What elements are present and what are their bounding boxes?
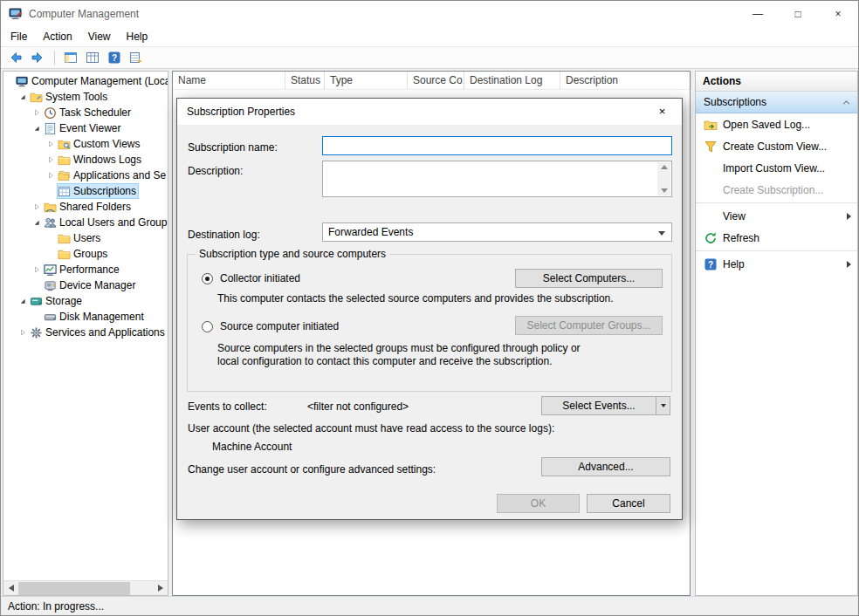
- tree-item-body[interactable]: Custom Views: [57, 136, 142, 152]
- close-button[interactable]: ×: [818, 1, 858, 27]
- column-header-source-co[interactable]: Source Co...: [408, 72, 464, 89]
- action-refresh[interactable]: Refresh: [696, 227, 857, 249]
- scroll-right-button[interactable]: [153, 581, 168, 595]
- tree-item-body[interactable]: Shared Folders: [43, 199, 134, 215]
- chevron-collapsed-icon[interactable]: [45, 170, 56, 181]
- column-header-name[interactable]: Name: [173, 72, 285, 89]
- scroll-down-icon[interactable]: [661, 188, 668, 193]
- tree-item-body[interactable]: Applications and Se: [57, 168, 168, 183]
- description-textarea[interactable]: [322, 161, 672, 197]
- select-computers-button[interactable]: Select Computers...: [515, 269, 663, 288]
- tree-item-windows-logs[interactable]: Windows Logs: [3, 152, 168, 168]
- export-list-button[interactable]: [126, 48, 147, 67]
- tree-item-users[interactable]: Users: [3, 230, 168, 246]
- dialog-close-button[interactable]: ×: [643, 99, 682, 124]
- tree-item-system-tools[interactable]: System Tools: [3, 89, 168, 105]
- tree-item-body[interactable]: Computer Management (Local: [15, 73, 168, 89]
- tree-item-body[interactable]: Performance: [43, 262, 122, 277]
- column-header-type[interactable]: Type: [325, 72, 408, 89]
- column-header-destination-log[interactable]: Destination Log: [464, 72, 560, 89]
- column-header-description[interactable]: Description: [560, 72, 691, 89]
- menu-help[interactable]: Help: [119, 28, 156, 45]
- actions-header: Actions: [696, 72, 857, 92]
- action-view[interactable]: View: [696, 205, 857, 227]
- chevron-expanded-icon[interactable]: [31, 217, 42, 228]
- action-open-saved-log[interactable]: Open Saved Log...: [696, 113, 857, 135]
- tree-item-disk-management[interactable]: Disk Management: [3, 309, 168, 325]
- menu-view[interactable]: View: [80, 28, 119, 45]
- tree-item-shared-folders[interactable]: Shared Folders: [3, 199, 168, 215]
- action-import-custom-view[interactable]: Import Custom View...: [696, 157, 857, 179]
- tree-item-computer-management-local[interactable]: Computer Management (Local: [3, 73, 168, 89]
- tree-item-local-users-and-groups[interactable]: Local Users and Groups: [3, 215, 168, 230]
- action-help[interactable]: ?Help: [696, 253, 857, 275]
- tree-item-performance[interactable]: Performance: [3, 262, 168, 277]
- maximize-button[interactable]: □: [778, 1, 818, 27]
- action-create-custom-view[interactable]: Create Custom View...: [696, 135, 857, 157]
- tree-item-custom-views[interactable]: Custom Views: [3, 136, 168, 152]
- tree-horizontal-scrollbar[interactable]: [3, 580, 168, 595]
- tree-item-body[interactable]: Storage: [29, 293, 85, 309]
- tree-item-subscriptions[interactable]: Subscriptions: [3, 183, 168, 199]
- chevron-spacer: [3, 76, 14, 86]
- chevron-collapsed-icon[interactable]: [31, 107, 42, 118]
- source-computer-initiated-radio[interactable]: Source computer initiated: [202, 320, 339, 332]
- actions-group-subscriptions[interactable]: Subscriptions: [696, 92, 857, 113]
- tree-item-groups[interactable]: Groups: [3, 246, 168, 262]
- radio-unselected-icon[interactable]: [202, 321, 213, 332]
- action-label: Refresh: [723, 232, 851, 244]
- scrollbar-thumb[interactable]: [18, 582, 130, 595]
- column-header-status[interactable]: Status: [285, 72, 325, 89]
- tree-item-services-and-applications[interactable]: Services and Applications: [3, 325, 168, 340]
- tree-item-storage[interactable]: Storage: [3, 293, 168, 309]
- chevron-expanded-icon[interactable]: [17, 296, 28, 306]
- tree-item-body[interactable]: Windows Logs: [57, 152, 144, 168]
- chevron-collapsed-icon[interactable]: [17, 327, 28, 338]
- tree-item-task-scheduler[interactable]: Task Scheduler: [3, 105, 168, 120]
- chevron-collapsed-icon[interactable]: [45, 154, 56, 165]
- advanced-button[interactable]: Advanced...: [541, 457, 670, 476]
- scroll-left-button[interactable]: [3, 581, 18, 595]
- tree-item-body[interactable]: Users: [57, 230, 103, 246]
- tree-item-body[interactable]: Disk Management: [43, 309, 147, 325]
- help-button[interactable]: ?: [104, 48, 125, 67]
- select-events-button[interactable]: Select Events...: [541, 396, 670, 415]
- back-button[interactable]: [5, 48, 26, 67]
- chevron-expanded-icon[interactable]: [17, 92, 28, 102]
- destination-log-select[interactable]: Forwarded Events: [322, 222, 672, 242]
- tree-item-body[interactable]: Local Users and Groups: [43, 215, 168, 230]
- collapse-group-icon[interactable]: [842, 98, 851, 107]
- tree-item-body[interactable]: Task Scheduler: [43, 105, 134, 120]
- forward-button[interactable]: [27, 48, 48, 67]
- scroll-up-icon[interactable]: [661, 165, 668, 169]
- menu-file[interactable]: File: [3, 28, 35, 45]
- tree-item-applications-and-se[interactable]: Applications and Se: [3, 168, 168, 183]
- description-scrollbar[interactable]: [657, 162, 670, 195]
- combo-dropdown-icon[interactable]: [658, 231, 665, 236]
- tree-item-event-viewer[interactable]: Event Viewer: [3, 120, 168, 136]
- tree-item-device-manager[interactable]: Device Manager: [3, 277, 168, 293]
- minimize-button[interactable]: —: [738, 1, 778, 27]
- console-tree-button[interactable]: [60, 48, 81, 67]
- status-text: Action: In progress...: [8, 600, 104, 613]
- chevron-expanded-icon[interactable]: [31, 123, 42, 133]
- tree-item-body[interactable]: Subscriptions: [57, 183, 139, 199]
- cancel-button[interactable]: Cancel: [587, 494, 670, 513]
- toolbar: ?: [1, 46, 858, 69]
- tree-item-body[interactable]: Groups: [57, 246, 110, 262]
- chevron-collapsed-icon[interactable]: [31, 202, 42, 212]
- select-events-dropdown[interactable]: [656, 397, 670, 414]
- chevron-collapsed-icon[interactable]: [31, 264, 42, 275]
- chevron-spacer: [45, 186, 56, 196]
- menu-action[interactable]: Action: [35, 28, 79, 45]
- tree-item-body[interactable]: Services and Applications: [29, 325, 168, 340]
- properties-button[interactable]: [82, 48, 103, 67]
- tree-item-body[interactable]: Device Manager: [43, 277, 138, 293]
- subscription-name-input[interactable]: [322, 136, 672, 155]
- tree-item-body[interactable]: Event Viewer: [43, 120, 123, 136]
- collector-initiated-radio[interactable]: Collector initiated: [202, 272, 300, 284]
- chevron-collapsed-icon[interactable]: [45, 139, 56, 149]
- tree-item-body[interactable]: System Tools: [29, 89, 110, 105]
- radio-selected-icon[interactable]: [202, 273, 213, 284]
- filter-icon: [704, 140, 718, 154]
